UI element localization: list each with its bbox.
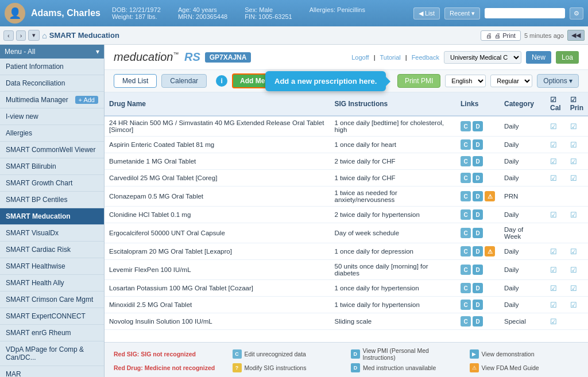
- header-action-btn[interactable]: ⚙: [570, 7, 583, 20]
- link-d-icon[interactable]: D: [473, 156, 483, 166]
- frequency-select[interactable]: Regular: [490, 75, 532, 87]
- sidebar-item-visualdx[interactable]: SMART VisualDx: [0, 225, 104, 242]
- sidebar-item-bp-centiles[interactable]: SMART BP Centiles: [0, 192, 104, 208]
- org-select[interactable]: University Medical C: [444, 51, 521, 64]
- link-warn-icon[interactable]: ⚠: [485, 246, 495, 256]
- sidebar-item-vdpa[interactable]: VDpA MPage for Comp & Can/DC...: [0, 341, 104, 366]
- nav-history-btn[interactable]: ▾: [28, 30, 40, 41]
- print-cell[interactable]: ☑: [566, 280, 588, 297]
- header-controls: ◀ List Recent ▾ ⚙: [413, 7, 583, 20]
- print-cell[interactable]: [566, 186, 588, 207]
- link-c-icon[interactable]: C: [461, 316, 471, 327]
- link-d-icon[interactable]: D: [473, 228, 483, 238]
- sidebar-item-mar[interactable]: MAR: [0, 366, 104, 377]
- link-d-icon[interactable]: D: [473, 246, 483, 256]
- print-cell[interactable]: ☑: [566, 243, 588, 260]
- link-d-icon[interactable]: D: [473, 191, 483, 201]
- list-button[interactable]: ◀ List: [413, 7, 440, 20]
- link-d-icon[interactable]: D: [473, 173, 483, 183]
- sidebar-item-data-reconciliation[interactable]: Data Reconciliation: [0, 75, 104, 92]
- cal-cell[interactable]: ☑: [546, 297, 566, 313]
- sidebar-item-patient-info[interactable]: Patient Information: [0, 59, 104, 75]
- nav-back-btn[interactable]: ‹: [3, 30, 14, 41]
- cal-cell[interactable]: ☑: [546, 116, 566, 137]
- sidebar-item-multimedia[interactable]: Multimedia Manager + Add: [0, 92, 104, 108]
- link-c-icon[interactable]: C: [461, 191, 471, 201]
- print-pmi-button[interactable]: Print PMI: [397, 74, 440, 88]
- link-c-icon[interactable]: C: [461, 283, 471, 293]
- link-d-icon[interactable]: D: [473, 209, 483, 220]
- load-button[interactable]: Loa: [556, 51, 579, 64]
- new-button[interactable]: New: [526, 51, 551, 64]
- cal-cell[interactable]: [546, 186, 566, 207]
- feedback-link[interactable]: Feedback: [412, 54, 439, 61]
- sig-cell: 2 twice daily for hypertension: [330, 207, 456, 223]
- link-c-icon[interactable]: C: [461, 209, 471, 220]
- cal-cell[interactable]: ☑: [546, 313, 566, 330]
- link-c-icon[interactable]: C: [461, 265, 471, 275]
- link-c-icon[interactable]: C: [461, 173, 471, 183]
- nav-home-btn[interactable]: ⌂: [42, 31, 47, 40]
- link-d-icon[interactable]: D: [473, 139, 483, 150]
- print-cell[interactable]: [566, 223, 588, 243]
- links-cell: CD: [456, 153, 500, 170]
- recent-button[interactable]: Recent ▾: [444, 7, 480, 20]
- link-d-icon[interactable]: D: [473, 265, 483, 275]
- sidebar-item-bilirubin[interactable]: SMART Bilirubin: [0, 158, 104, 175]
- cal-cell[interactable]: [546, 223, 566, 243]
- options-button[interactable]: Options ▾: [537, 74, 579, 88]
- link-c-icon[interactable]: C: [461, 139, 471, 150]
- link-warn-icon[interactable]: ⚠: [485, 191, 495, 201]
- cal-cell[interactable]: ☑: [546, 153, 566, 170]
- cal-cell[interactable]: ☑: [546, 170, 566, 186]
- sidebar-item-expertconnect[interactable]: SMART ExpertCONNECT: [0, 308, 104, 325]
- sidebar-label: SMART Growth Chart: [6, 179, 72, 187]
- language-select[interactable]: English: [445, 75, 486, 87]
- cal-cell[interactable]: ☑: [546, 243, 566, 260]
- print-cell[interactable]: ☑: [566, 207, 588, 223]
- print-cell[interactable]: ☑: [566, 116, 588, 137]
- sidebar-item-meducation[interactable]: SMART Meducation: [0, 208, 104, 225]
- print-cell[interactable]: [566, 313, 588, 330]
- link-d-icon[interactable]: D: [473, 300, 483, 310]
- logoff-link[interactable]: Logoff: [351, 54, 369, 61]
- sidebar-item-allergies[interactable]: Allergies: [0, 125, 104, 142]
- cal-cell[interactable]: ☑: [546, 280, 566, 297]
- print-cell[interactable]: ☑: [566, 153, 588, 170]
- print-cell[interactable]: ☑: [566, 137, 588, 153]
- sidebar-item-crimson[interactable]: SMART Crimson Care Mgmt: [0, 292, 104, 308]
- category-cell: Special: [500, 313, 546, 330]
- link-c-icon[interactable]: C: [461, 300, 471, 310]
- sidebar-item-growth-chart[interactable]: SMART Growth Chart: [0, 175, 104, 192]
- print-cell[interactable]: ☑: [566, 170, 588, 186]
- link-c-icon[interactable]: C: [461, 121, 471, 131]
- link-c-icon[interactable]: C: [461, 228, 471, 238]
- sidebar-label: Multimedia Manager: [6, 96, 68, 104]
- col-print: ☑ Prin: [566, 92, 588, 116]
- nav-forward-btn[interactable]: ›: [16, 30, 26, 41]
- sidebar-item-cardiac-risk[interactable]: SMART Cardiac Risk: [0, 242, 104, 258]
- cal-cell[interactable]: ☑: [546, 207, 566, 223]
- sidebar-item-health-ally[interactable]: SMART Health Ally: [0, 275, 104, 292]
- sidebar-item-healthwise[interactable]: SMART Healthwise: [0, 258, 104, 275]
- sidebar-menu-header[interactable]: Menu - All ▾: [0, 45, 104, 59]
- link-c-icon[interactable]: C: [461, 246, 471, 256]
- nav-print-btn[interactable]: 🖨 🖨 Print: [481, 30, 521, 41]
- cal-cell[interactable]: ☑: [546, 260, 566, 280]
- link-c-icon[interactable]: C: [461, 156, 471, 166]
- print-cell[interactable]: ☑: [566, 297, 588, 313]
- sidebar-item-commonwell[interactable]: SMART CommonWell Viewer: [0, 142, 104, 158]
- link-d-icon[interactable]: D: [473, 121, 483, 131]
- print-cell[interactable]: ☑: [566, 260, 588, 280]
- sidebar-item-iview[interactable]: I-view new: [0, 108, 104, 125]
- sidebar-add-button[interactable]: + Add: [75, 96, 98, 104]
- link-d-icon[interactable]: D: [473, 316, 483, 327]
- cal-cell[interactable]: ☑: [546, 137, 566, 153]
- sidebar-item-enrg[interactable]: SMART enrG Rheum: [0, 325, 104, 341]
- link-d-icon[interactable]: D: [473, 283, 483, 293]
- tutorial-link[interactable]: Tutorial: [380, 54, 401, 61]
- tab-med-list[interactable]: Med List: [114, 74, 157, 88]
- nav-collapse-btn[interactable]: ◀◀: [567, 30, 585, 41]
- header-search-input[interactable]: [485, 8, 565, 18]
- tab-calendar[interactable]: Calendar: [161, 74, 207, 88]
